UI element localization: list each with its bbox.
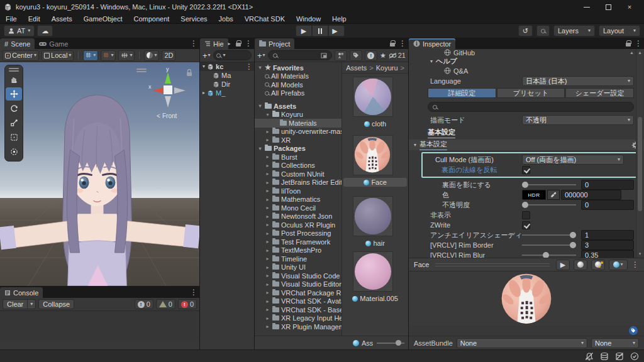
hand-tool-button[interactable] xyxy=(6,73,22,86)
menu-assets[interactable]: Assets xyxy=(52,15,72,23)
favorite-item[interactable]: All Materials xyxy=(255,72,341,81)
foldout-icon[interactable]: ▸ xyxy=(203,90,205,96)
minimize-button[interactable] xyxy=(576,1,597,13)
cache-server-icon[interactable] xyxy=(600,352,609,361)
project-tree-item[interactable]: ▸VRChat SDK - Avatars xyxy=(255,297,341,306)
breadcrumb-root[interactable]: Assets xyxy=(346,64,367,72)
close-button[interactable]: × xyxy=(619,1,640,13)
project-tree-item[interactable]: ▸XR Legacy Input Helpe xyxy=(255,314,341,323)
panel-menu-icon[interactable]: ⋮ xyxy=(245,39,252,48)
project-tree-item[interactable]: ▸Visual Studio Code Edi xyxy=(255,272,341,280)
asset-thumbnail-hair[interactable] xyxy=(353,196,393,236)
backface-shadow-value[interactable]: 0 xyxy=(581,180,634,190)
hierarchy-item[interactable]: Ma xyxy=(200,71,254,80)
hidden-checkbox[interactable] xyxy=(522,211,530,219)
asset-label-material005[interactable]: Material.005 xyxy=(342,294,408,303)
search-button[interactable] xyxy=(536,25,550,36)
asset-thumbnail-cloth[interactable] xyxy=(353,77,393,117)
asset-label-cloth[interactable]: cloth xyxy=(342,119,408,128)
asset-label-hair[interactable]: hair xyxy=(342,239,408,248)
lock-icon[interactable] xyxy=(236,43,241,47)
menu-component[interactable]: Component xyxy=(133,15,169,23)
project-tree-item[interactable]: ▸VRChat SDK - Base xyxy=(255,305,341,314)
tab-overflow-icon[interactable]: ▸ xyxy=(228,41,231,47)
scale-tool-button[interactable] xyxy=(6,116,22,129)
lock-icon[interactable] xyxy=(390,43,395,47)
help-foldout[interactable]: ▾ ヘルプ xyxy=(409,57,644,66)
material-preview-area[interactable] xyxy=(409,272,644,326)
breadcrumb-folder[interactable]: Koyuru xyxy=(376,64,398,72)
rim-border-value[interactable]: 3 xyxy=(581,240,634,250)
project-tree-item[interactable]: ▸Collections xyxy=(255,162,341,170)
zwrite-checkbox[interactable] xyxy=(522,221,530,229)
play-button[interactable]: ▶ xyxy=(296,25,312,36)
antialias-slider[interactable] xyxy=(522,230,576,240)
menu-file[interactable]: File xyxy=(6,15,17,23)
panel-menu-icon[interactable]: ⋮ xyxy=(635,39,642,48)
asset-thumbnail-material005[interactable] xyxy=(353,251,393,292)
project-tree-item[interactable]: ▸Timeline xyxy=(255,255,341,263)
project-tree-item[interactable]: ▸JetBrains Rider Editor xyxy=(255,178,341,187)
lock-icon[interactable] xyxy=(626,43,631,47)
orientation-dropdown[interactable]: Local ▾ xyxy=(42,50,74,61)
preview-shape-button[interactable] xyxy=(574,260,587,270)
gizmo-down-axis[interactable] xyxy=(165,96,171,107)
render-mode-dropdown[interactable]: 不透明 ▾ xyxy=(522,115,634,125)
overlay-drag-handle[interactable] xyxy=(9,68,19,69)
project-tree-item[interactable]: ▸TextMeshPro xyxy=(255,246,341,255)
project-search-input[interactable] xyxy=(268,50,332,60)
tab-advanced-settings[interactable]: 詳細設定 xyxy=(428,88,496,98)
eyedropper-button[interactable] xyxy=(547,190,560,200)
hdr-color-swatch[interactable]: HDR xyxy=(522,190,546,200)
menu-services[interactable]: Services xyxy=(180,15,207,23)
filter-errors-button[interactable]: ! xyxy=(365,50,377,61)
project-tree-item[interactable]: ▸XR xyxy=(255,136,341,145)
tab-shader-settings[interactable]: シェーダー設定 xyxy=(565,88,634,98)
foldout-icon[interactable]: ▾ xyxy=(203,64,205,69)
pause-button[interactable] xyxy=(312,25,328,36)
hierarchy-search-input[interactable]: ▾ xyxy=(213,50,252,60)
favorites-star-icon[interactable]: ★ xyxy=(380,52,386,60)
backface-shadow-slider[interactable] xyxy=(522,180,576,190)
project-tree-item[interactable]: ▸Custom NUnit xyxy=(255,170,341,178)
rim-border-slider[interactable] xyxy=(522,240,576,250)
preview-lighting-button[interactable] xyxy=(591,260,605,270)
project-tree-item[interactable]: ▸Unity UI xyxy=(255,263,341,272)
shading-mode-dropdown[interactable]: ▾ xyxy=(144,50,159,61)
layers-dropdown[interactable]: Layers ▾ xyxy=(553,25,595,36)
hierarchy-scene-row[interactable]: ▾ kc ⋮ xyxy=(200,62,254,71)
project-tree-item[interactable]: ▸Mono Cecil xyxy=(255,204,341,212)
favorite-item[interactable]: All Prefabs xyxy=(255,89,341,98)
property-search-input[interactable] xyxy=(428,102,634,112)
language-dropdown[interactable]: 日本語 (日本) ▾ xyxy=(522,76,634,86)
asset-label-face-selected[interactable]: Face xyxy=(343,178,407,187)
scrollbar-thumb[interactable] xyxy=(638,117,642,211)
preview-drag-handle[interactable] xyxy=(435,263,550,266)
error-count-badge[interactable]: ! 0 xyxy=(178,299,197,309)
account-button[interactable]: AT ▾ xyxy=(4,25,35,36)
rim-blur-value[interactable]: 0.35 xyxy=(581,250,634,258)
rim-blur-slider[interactable] xyxy=(522,250,576,258)
project-tree-item[interactable]: ▸Newtonsoft Json xyxy=(255,212,341,221)
project-tree-item[interactable]: ▸unity-overwriter-maste xyxy=(255,128,341,136)
asset-thumbnail-face[interactable] xyxy=(353,135,393,175)
progress-check-icon[interactable] xyxy=(630,352,639,361)
menu-vrchat-sdk[interactable]: VRChat SDK xyxy=(245,15,285,23)
tab-scene[interactable]: # Scene xyxy=(0,38,35,49)
project-tree-item[interactable]: ▾Assets xyxy=(255,102,341,111)
tab-game[interactable]: Game xyxy=(35,38,72,49)
project-tree-item-selected[interactable]: Materials xyxy=(255,119,341,128)
step-button[interactable]: ▶ xyxy=(328,25,345,36)
orientation-gizmo[interactable]: y x < Front xyxy=(145,65,194,123)
assetbundle-dropdown[interactable]: None ▾ xyxy=(457,338,587,348)
info-count-badge[interactable]: ! 0 xyxy=(135,299,153,309)
scene-viewport[interactable]: y x < Front xyxy=(0,62,199,286)
cloud-button[interactable]: ☁ xyxy=(37,25,53,36)
notifications-muted-icon[interactable] xyxy=(585,352,594,361)
gizmo-x-axis[interactable] xyxy=(153,87,164,94)
project-tree-item[interactable]: ▸VRChat Package Reso xyxy=(255,288,341,297)
hierarchy-item[interactable]: Dir xyxy=(200,80,254,89)
rect-tool-button[interactable] xyxy=(6,131,22,144)
row-menu-icon[interactable]: ⋮ xyxy=(245,62,253,71)
transform-tool-button[interactable] xyxy=(6,145,22,158)
